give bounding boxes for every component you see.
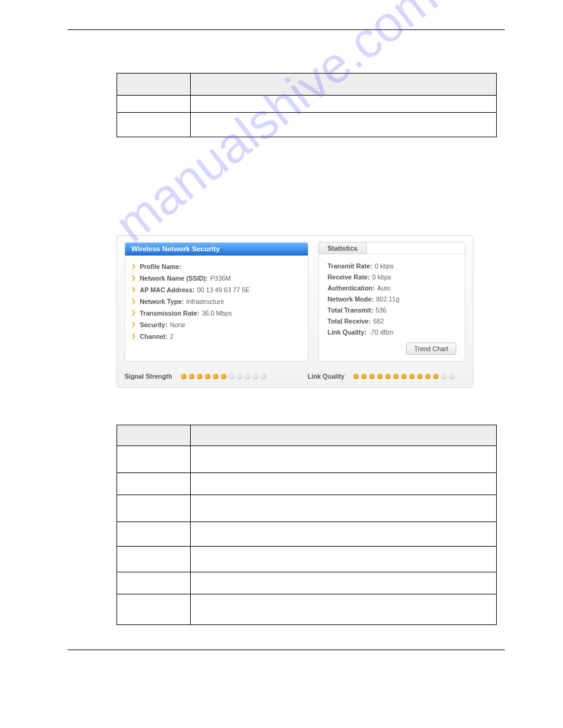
meter-dot [221,374,226,379]
meter-dot [449,374,454,379]
meter-dot [361,374,367,379]
page: Wireless Network Security ❯Profile Name:… [0,0,563,675]
info-row: ❯Network Type:Infrastructure [131,295,303,307]
security-card-title: Wireless Network Security [125,243,308,256]
statistics-card: Statistics Transmit Rate:0 kbps Receive … [318,242,465,362]
signal-strength-dots [181,374,266,379]
tab-statistics[interactable]: Statistics [318,242,367,254]
meter-dot [205,374,210,379]
meter-dot [181,374,186,379]
signal-row: Signal Strength Link Quality [124,373,465,380]
stat-row: Total Receive:682 [327,316,456,327]
meter-dot [245,374,250,379]
meter-dot [197,374,202,379]
table-2 [117,425,497,625]
meter-dot [261,374,266,379]
bullet-icon: ❯ [131,298,136,305]
meter-dot [189,374,194,379]
info-row: ❯Security:None [131,319,303,330]
meter-dot [377,374,383,379]
info-row: ❯Channel:2 [131,330,303,342]
stat-row: Receive Rate:0 kbps [327,271,456,282]
info-row: ❯Network Name (SSID):P336M [131,272,303,284]
trend-chart-button[interactable]: Trend Chart [406,343,456,355]
bullet-icon: ❯ [131,275,136,282]
table-1 [117,73,497,137]
stat-row: Total Transmit:536 [327,305,456,316]
info-row: ❯Transmission Rate:36.0 Mbps [131,307,303,319]
meter-dot [409,374,415,379]
bullet-icon: ❯ [131,333,136,340]
info-row: ❯AP MAC Address:00 13 49 63 77 5E [131,284,303,295]
meter-dot [353,374,359,379]
stat-row: Authentication:Auto [327,282,456,294]
stat-row: Network Mode:802.11g [327,294,456,305]
meter-dot [441,374,446,379]
meter-dot [253,374,258,379]
meter-dot [369,374,375,379]
meter-dot [433,374,439,379]
meter-dot [385,374,391,379]
info-row: ❯Profile Name: [131,260,303,272]
meter-dot [401,374,407,379]
bottom-rule [67,650,505,650]
link-quality-label: Link Quality [308,373,345,380]
meter-dot [393,374,399,379]
top-rule [67,29,505,30]
security-card: Wireless Network Security ❯Profile Name:… [124,242,308,362]
meter-dot [417,374,423,379]
link-quality-dots [353,374,454,379]
stat-row: Link Quality:-70 dBm [327,327,456,338]
bullet-icon: ❯ [131,286,136,294]
signal-strength-label: Signal Strength [124,373,172,380]
wireless-panel: Wireless Network Security ❯Profile Name:… [117,235,473,388]
stat-row: Transmit Rate:0 kbps [327,260,456,271]
meter-dot [213,374,218,379]
meter-dot [237,374,242,379]
meter-dot [229,374,234,379]
meter-dot [425,374,431,379]
bullet-icon: ❯ [131,321,136,328]
bullet-icon: ❯ [131,309,136,317]
bullet-icon: ❯ [131,263,136,270]
